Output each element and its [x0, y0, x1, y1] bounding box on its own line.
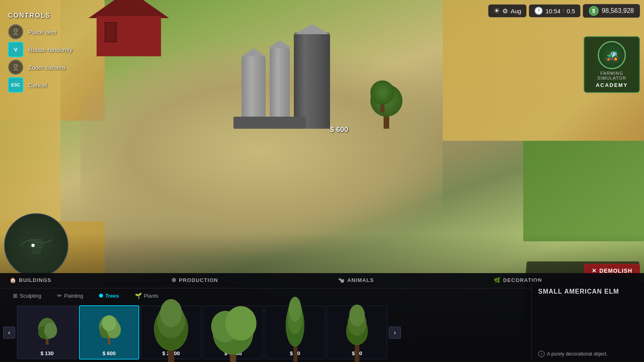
cancel-key: ESC	[8, 77, 23, 93]
item-tree2[interactable]: $ 600	[79, 305, 139, 360]
right-panel-title: SMALL AMERICAN ELM	[538, 288, 638, 295]
svg-point-1	[14, 64, 17, 68]
rotate-label: Rotate randomly	[28, 46, 72, 53]
tab-production[interactable]: ⚙ PRODUCTION	[162, 273, 228, 288]
sculpting-icon: ⊞	[13, 292, 18, 299]
item-tree5[interactable]: $ 10	[265, 306, 325, 359]
money-icon: $	[589, 6, 599, 16]
gear-icon: ⚙	[502, 7, 508, 15]
svg-point-21	[225, 306, 257, 340]
decoration-icon: 🌿	[494, 277, 501, 283]
item-thumb-tree3	[144, 309, 198, 349]
controls-panel: CONTROLS Place item V Rotate randomly Zo…	[4, 8, 161, 99]
item-thumb-tree2	[82, 309, 136, 349]
svg-point-25	[289, 296, 301, 321]
svg-point-17	[160, 299, 182, 327]
academy-line2: ACADEMY	[596, 82, 628, 88]
sun-icon: ☀	[493, 6, 500, 15]
control-row-rotate: V Rotate randomly	[8, 42, 157, 57]
svg-rect-4	[32, 247, 40, 253]
item-thumb-tree1	[20, 309, 74, 349]
item-tree6[interactable]: $ 30	[327, 306, 387, 359]
control-row-place: Place item	[8, 24, 157, 39]
clock-icon: 🕐	[534, 6, 543, 15]
svg-point-13	[102, 315, 116, 331]
plants-icon: 🌱	[135, 292, 142, 299]
speed-label: 0.5	[567, 8, 575, 14]
buildings-icon: 🏠	[10, 277, 17, 283]
animals-icon: 🐄	[338, 277, 345, 283]
sculpting-label: Sculpting	[20, 293, 41, 299]
production-icon: ⚙	[171, 277, 177, 283]
minimap-cursor	[31, 244, 35, 247]
item-thumb-tree6	[330, 309, 384, 349]
academy-badge: 🚜	[598, 41, 626, 69]
zoom-key	[8, 60, 23, 75]
top-hud: ☀ ⚙ Aug 🕐 10:54 / 0.5 $ 98,563,928	[488, 4, 640, 18]
svg-point-0	[14, 29, 17, 32]
rotate-key: V	[8, 42, 23, 57]
subtab-painting[interactable]: ✏ Painting	[51, 291, 89, 300]
right-panel-description: i A purely decorational object.	[532, 351, 644, 357]
tab-buildings[interactable]: 🏠 BUILDINGS	[0, 273, 61, 288]
buildings-label: BUILDINGS	[19, 277, 52, 283]
animals-label: ANIMALS	[347, 277, 374, 283]
academy-line1: FARMING SIMULATOR	[588, 71, 635, 80]
academy-logo: 🚜 FARMING SIMULATOR ACADEMY	[584, 36, 640, 93]
controls-title: CONTROLS	[8, 12, 157, 19]
item-thumb-tree5	[268, 309, 322, 349]
production-label: PRODUCTION	[179, 277, 218, 283]
money-segment: $ 98,563,928	[583, 4, 640, 18]
bottom-bar: 🏠 BUILDINGS ⚙ PRODUCTION 🐄 ANIMALS 🌿 DEC…	[0, 273, 644, 362]
place-label: Place item	[28, 29, 56, 35]
time-label: 10:54	[545, 8, 561, 14]
time-separator: /	[563, 8, 564, 14]
next-arrow[interactable]: ›	[389, 327, 401, 339]
item-price-tree2: $ 600	[103, 350, 116, 356]
scene-price: $ 600	[330, 125, 348, 134]
prev-arrow[interactable]: ‹	[3, 327, 15, 339]
weather-segment: ☀ ⚙ Aug	[488, 4, 526, 17]
minimap	[4, 213, 68, 278]
place-key	[8, 24, 23, 39]
trees-label: Trees	[105, 293, 119, 299]
description-text: A purely decorational object.	[547, 351, 608, 357]
item-tree3[interactable]: $ 2,500	[141, 306, 201, 359]
trees-dot	[99, 294, 103, 298]
control-row-cancel: ESC Cancel	[8, 77, 157, 93]
subtab-trees[interactable]: Trees	[93, 291, 125, 300]
svg-point-29	[349, 304, 365, 326]
tab-animals[interactable]: 🐄 ANIMALS	[328, 273, 384, 288]
money-label: 98,563,928	[602, 7, 634, 14]
subtab-sculpting[interactable]: ⊞ Sculpting	[6, 291, 47, 300]
painting-label: Painting	[64, 293, 83, 299]
item-tree1[interactable]: $ 130	[17, 306, 77, 359]
right-panel: SMALL AMERICAN ELM i A purely decoration…	[531, 282, 644, 362]
time-segment: 🕐 10:54 / 0.5	[529, 4, 580, 17]
painting-icon: ✏	[57, 292, 62, 299]
item-thumb-tree4	[206, 309, 260, 349]
cancel-label: Cancel	[28, 82, 47, 88]
zoom-label: Zoom camera	[28, 64, 66, 71]
month-label: Aug	[510, 8, 521, 14]
control-row-zoom: Zoom camera	[8, 60, 157, 75]
item-tree4[interactable]: $ 4,000	[203, 306, 263, 359]
svg-point-8	[44, 323, 57, 338]
item-price-tree1: $ 130	[41, 350, 54, 356]
info-icon: i	[538, 351, 545, 357]
